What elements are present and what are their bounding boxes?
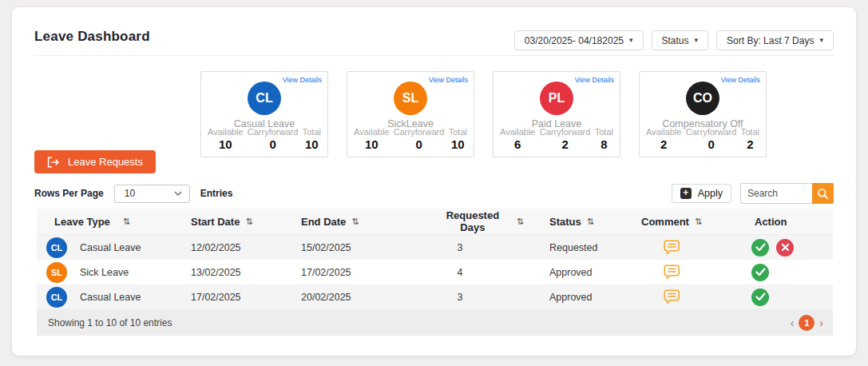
end-date-cell: 15/02/2025 [295,242,396,253]
rows-per-page-select[interactable]: 10 [114,185,190,203]
reject-icon[interactable] [776,239,794,257]
entries-label: Entries [200,188,233,199]
carryforward-value: 0 [394,137,445,151]
start-date-cell: 12/02/2025 [184,242,295,253]
column-header-end-date[interactable]: End Date⇅ [295,216,396,228]
column-header-start-date[interactable]: Start Date⇅ [184,216,295,228]
rows-per-page-value: 10 [125,188,135,199]
status-cell: Approved [524,292,616,303]
total-value: 10 [449,137,467,151]
available-label: Available [646,127,681,137]
logout-arrow-icon [47,157,60,168]
column-header-status[interactable]: Status⇅ [524,216,616,228]
summary-cards: View Details CL Casual Leave Available10… [200,71,767,157]
view-details-link[interactable]: View Details [429,76,468,84]
leave-type-badge: SL [46,262,67,283]
chevron-down-icon [174,191,182,196]
carryforward-label: Carryforward [540,127,591,137]
leave-type-badge: SL [394,82,427,115]
plus-icon: + [680,188,692,199]
leave-requests-table: Leave Type⇅ Start Date⇅ End Date⇅ Reques… [37,209,833,336]
approve-icon[interactable] [751,288,769,306]
available-label: Available [354,127,389,137]
view-details-link[interactable]: View Details [721,76,760,84]
total-label: Total [595,127,613,137]
start-date-cell: 13/02/2025 [184,267,295,278]
view-details-link[interactable]: View Details [575,76,614,84]
status-dropdown[interactable]: Status ▾ [652,30,709,50]
leave-type-cell: Casual Leave [80,292,141,303]
column-header-leave-type[interactable]: Leave Type⇅ [37,216,184,228]
end-date-cell: 20/02/2025 [295,292,396,303]
card-stats: Available6 Carryforward2 Total8 [493,127,620,151]
carryforward-value: 2 [540,137,591,151]
sort-icon[interactable]: ⇅ [587,217,594,227]
table-row: CL Casual Leave 12/02/2025 15/02/2025 3 … [37,235,833,260]
sort-icon[interactable]: ⇅ [695,217,702,227]
approve-icon[interactable] [751,239,769,257]
sort-icon[interactable]: ⇅ [351,217,359,227]
leave-type-cell: Casual Leave [80,242,141,253]
available-value: 10 [354,137,389,151]
column-header-requested-days[interactable]: Requested Days⇅ [396,209,524,233]
sort-icon[interactable]: ⇅ [245,217,252,227]
status-cell: Approved [524,267,616,278]
end-date-cell: 17/02/2025 [295,267,396,278]
card-sick-leave: View Details SL SickLeave Available10 Ca… [347,71,474,157]
entries-summary: Showing 1 to 10 of 10 entries [48,317,172,328]
column-header-comment[interactable]: Comment⇅ [616,216,727,228]
comment-icon[interactable] [664,265,680,280]
leave-requests-button[interactable]: Leave Requests [34,150,156,173]
available-value: 2 [646,137,681,151]
available-value: 6 [500,137,535,151]
rows-per-page-label: Rows Per Page [34,188,104,199]
leave-type-badge: CL [248,82,281,115]
search-button[interactable] [812,183,834,204]
carryforward-label: Carryforward [394,127,445,137]
leave-type-badge: CO [686,82,719,115]
carryforward-label: Carryforward [686,127,737,137]
card-stats: Available2 Carryforward0 Total2 [640,127,766,151]
sort-by-dropdown[interactable]: Sort By: Last 7 Days ▾ [716,30,834,50]
pagination: ‹ 1 › [791,315,823,331]
apply-button[interactable]: + Apply [672,184,731,203]
search-group [740,183,834,204]
total-label: Total [303,127,321,137]
date-range-dropdown[interactable]: 03/20/2025- 04/182025 ▾ [514,30,644,50]
comment-icon[interactable] [664,240,680,255]
status-dropdown-label: Status [662,35,689,46]
table-header-row: Leave Type⇅ Start Date⇅ End Date⇅ Reques… [37,209,833,235]
table-row: SL Sick Leave 13/02/2025 17/02/2025 4 Ap… [37,260,833,284]
card-paid-leave: View Details PL Paid Leave Available6 Ca… [493,71,620,157]
sort-icon[interactable]: ⇅ [123,217,130,227]
requested-days-cell: 3 [396,242,524,253]
leave-type-cell: Sick Leave [80,267,129,278]
total-value: 10 [303,137,321,151]
page-number-button[interactable]: 1 [799,315,814,331]
next-page-arrow[interactable]: › [819,317,823,328]
card-stats: Available10 Carryforward0 Total10 [201,127,327,151]
card-stats: Available10 Carryforward0 Total10 [347,127,474,151]
header-divider [34,55,834,56]
status-cell: Requested [524,242,616,253]
table-controls-left: Rows Per Page 10 Entries [34,184,232,203]
leave-type-badge: PL [540,82,573,115]
chevron-down-icon: ▾ [819,37,823,44]
previous-page-arrow[interactable]: ‹ [791,317,795,328]
comment-icon[interactable] [664,289,680,304]
apply-label: Apply [698,188,723,199]
leave-dashboard-panel: Leave Dashboard 03/20/2025- 04/182025 ▾ … [11,6,857,356]
search-input[interactable] [740,183,812,204]
leave-type-badge: CL [46,237,67,258]
view-details-link[interactable]: View Details [283,76,322,84]
approve-icon[interactable] [751,264,769,281]
table-controls-right: + Apply [672,183,834,204]
carryforward-value: 0 [686,137,737,151]
table-row: CL Casual Leave 17/02/2025 20/02/2025 3 … [37,284,833,309]
requested-days-cell: 3 [396,292,524,303]
available-value: 10 [208,137,243,151]
card-casual-leave: View Details CL Casual Leave Available10… [200,71,328,157]
sort-icon[interactable]: ⇅ [517,217,524,227]
chevron-down-icon: ▾ [695,37,699,44]
search-icon [817,188,829,200]
